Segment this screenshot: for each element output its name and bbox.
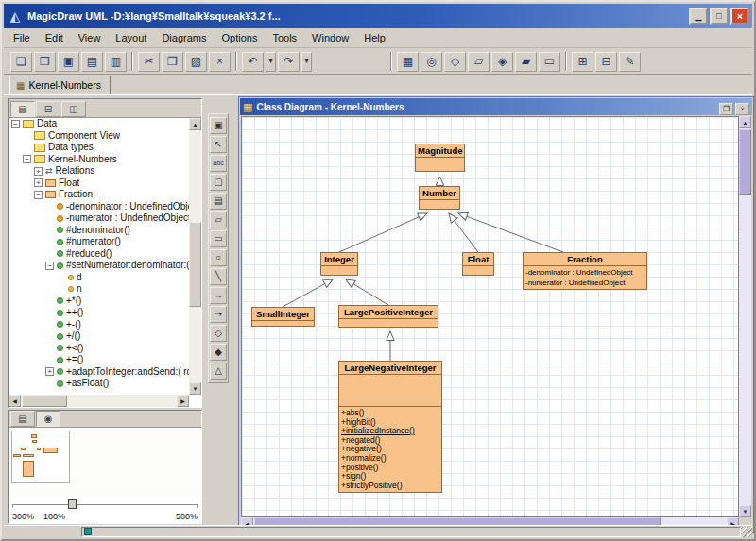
resize-grip[interactable]	[741, 527, 752, 537]
generalization-tool[interactable]: △	[210, 363, 227, 380]
menu-help[interactable]: Help	[356, 30, 393, 45]
line-tool[interactable]: ╲	[210, 268, 227, 285]
tree-item-data[interactable]: −Data	[9, 118, 189, 130]
tree-expander[interactable]: −	[34, 191, 43, 199]
tree-item-node[interactable]: +<()	[9, 343, 189, 355]
copy-button[interactable]: ❐	[162, 52, 183, 72]
class-largenegativeinteger[interactable]: LargeNegativeInteger+abs()+highBit()+ini…	[338, 361, 442, 493]
undo-dropdown[interactable]: ▾	[266, 52, 276, 72]
save-project-button[interactable]: ▣	[58, 52, 79, 72]
add-package-button[interactable]: ⊞	[572, 52, 593, 72]
use-case-diagram-button[interactable]: ◎	[421, 52, 442, 72]
scroll-left-button[interactable]: ◀	[9, 395, 21, 407]
tree-item-numerator-undefinedobject[interactable]: -numerator : UndefinedObject	[9, 212, 189, 225]
class-tool[interactable]: ▭	[210, 230, 227, 247]
association-tool[interactable]: →	[210, 287, 227, 304]
tree-vertical-scrollbar[interactable]: ▲ ▼	[189, 118, 201, 395]
class-number[interactable]: Number	[419, 186, 460, 210]
select-tool[interactable]: ↖	[210, 136, 227, 153]
remove-package-button[interactable]: ⊟	[595, 52, 617, 72]
dependency-tool[interactable]: ⇢	[210, 306, 227, 323]
statechart-diagram-button[interactable]: ◈	[491, 52, 513, 72]
delete-button[interactable]: ×	[209, 52, 231, 72]
tree-item-node[interactable]: +=()	[9, 354, 189, 366]
menu-layout[interactable]: Layout	[108, 30, 154, 45]
tree-item-float[interactable]: +Float	[9, 178, 189, 190]
note-button[interactable]: ✎	[619, 52, 641, 72]
tree-item-setnumerator-denominator-n[interactable]: −#setNumerator:denominator:( n	[9, 260, 189, 272]
scrollbar-thumb[interactable]	[189, 222, 201, 307]
tree-expander[interactable]: −	[45, 262, 54, 270]
tree-item-denominator[interactable]: #denominator()	[9, 225, 189, 237]
sequence-diagram-button[interactable]: ▱	[468, 52, 490, 72]
tree-expander[interactable]: +	[34, 178, 43, 187]
maximize-button[interactable]: □	[710, 8, 729, 25]
class-fraction[interactable]: Fraction-denominator : UndefinedObject-n…	[523, 252, 647, 290]
tree-item-asfloat[interactable]: +asFloat()	[9, 378, 189, 390]
tree-item-node[interactable]: +*()	[9, 296, 189, 308]
tree-item-relations[interactable]: +⇄Relations	[9, 165, 189, 178]
tree-item-node[interactable]: +-()	[9, 319, 189, 331]
menu-tools[interactable]: Tools	[265, 30, 304, 45]
scrollbar-thumb[interactable]	[22, 395, 67, 407]
menu-options[interactable]: Options	[214, 30, 265, 45]
close-button[interactable]: ×	[730, 8, 749, 25]
activity-diagram-button[interactable]: ▰	[515, 52, 537, 72]
menu-diagrams[interactable]: Diagrams	[154, 30, 214, 45]
diagram-close-button[interactable]: ×	[735, 103, 749, 115]
tree-expander[interactable]: −	[23, 155, 31, 163]
interface-tool[interactable]: ○	[210, 249, 227, 266]
class-integer[interactable]: Integer	[320, 252, 358, 276]
tree-item-component-view[interactable]: Component View	[9, 130, 189, 143]
text-tool[interactable]: abc	[210, 155, 227, 172]
class-smallinteger[interactable]: SmallInteger	[251, 307, 315, 327]
tree-item-node[interactable]: ++()	[9, 307, 189, 319]
tree-item-numerator[interactable]: #numerator()	[9, 236, 189, 248]
menu-file[interactable]: File	[6, 30, 38, 45]
scroll-up-button[interactable]: ▲	[739, 116, 751, 128]
tree-item-fraction[interactable]: −Fraction	[9, 189, 189, 201]
new-project-button[interactable]: ❏	[10, 52, 32, 72]
scroll-down-button[interactable]: ▼	[739, 505, 751, 517]
tree-item-node[interactable]: +/()	[9, 330, 189, 343]
tab-kernel-numbers[interactable]: ▦ Kernel-Numbers	[9, 76, 111, 94]
tree-item-n[interactable]: n	[9, 283, 189, 296]
menu-window[interactable]: Window	[304, 30, 356, 45]
anchor-tool[interactable]: ▤	[210, 193, 227, 210]
menu-view[interactable]: View	[71, 30, 109, 45]
tree-item-denominator-undefinedobjec[interactable]: -denominator : UndefinedObjec	[9, 201, 189, 213]
redo-button[interactable]: ↷	[278, 52, 300, 72]
diagram-canvas[interactable]: MagnitudeNumberIntegerFloatFraction-deno…	[241, 116, 739, 517]
overview-thumbnail[interactable]	[11, 431, 70, 483]
containment-tree-tab[interactable]: ▤	[10, 101, 35, 117]
tree-expander[interactable]: −	[11, 120, 20, 128]
collaboration-diagram-button[interactable]: ◇	[444, 52, 466, 72]
paste-button[interactable]: ▨	[185, 52, 207, 72]
cut-button[interactable]: ✂	[138, 52, 160, 72]
tree-item-adapttointeger-andsend-rc[interactable]: ++adaptToInteger:andSend:( rc	[9, 366, 189, 379]
lock-tool[interactable]: ▣	[210, 117, 227, 134]
note-tool[interactable]: ▢	[210, 174, 227, 191]
tree-expander[interactable]: +	[34, 167, 43, 176]
diagrams-tree-tab[interactable]: ◫	[61, 101, 86, 117]
redo-dropdown[interactable]: ▾	[301, 52, 312, 72]
scrollbar-thumb[interactable]	[739, 129, 751, 195]
undo-button[interactable]: ↶	[242, 52, 264, 72]
package-tool[interactable]: ▱	[210, 211, 227, 228]
zoom-slider-handle[interactable]	[68, 499, 77, 509]
aggregation-tool[interactable]: ◇	[210, 325, 227, 342]
class-magnitude[interactable]: Magnitude	[415, 144, 465, 172]
class-diagram-button[interactable]: ▦	[397, 52, 419, 72]
class-float[interactable]: Float	[462, 252, 494, 276]
class-largepositiveinteger[interactable]: LargePositiveInteger	[338, 305, 438, 328]
inheritance-tree-tab[interactable]: ⊟	[36, 101, 60, 117]
tree-item-kernel-numbers[interactable]: −Kernel-Numbers	[9, 154, 189, 166]
tree-horizontal-scrollbar[interactable]: ◀ ▶	[9, 395, 189, 407]
scroll-up-button[interactable]: ▲	[189, 118, 201, 130]
tree-item-data-types[interactable]: Data types	[9, 142, 189, 154]
documentation-tab[interactable]: ▤	[10, 411, 35, 427]
scroll-down-button[interactable]: ▼	[189, 382, 201, 395]
implementation-diagram-button[interactable]: ▭	[539, 52, 560, 72]
print-button[interactable]: ▤	[81, 52, 103, 72]
diagram-vertical-scrollbar[interactable]: ▲ ▼	[739, 116, 751, 517]
